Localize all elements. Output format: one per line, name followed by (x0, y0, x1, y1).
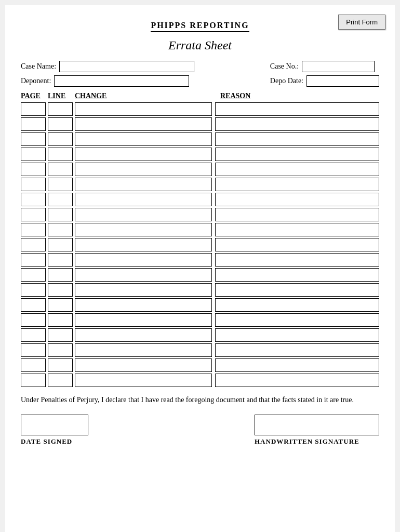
deponent-group: Deponent: (21, 75, 194, 87)
cell-page-input[interactable] (21, 283, 46, 297)
cell-line-input[interactable] (48, 268, 73, 282)
cell-change-input[interactable] (75, 102, 212, 116)
cell-change-input[interactable] (75, 163, 212, 176)
cell-page-input[interactable] (21, 208, 46, 221)
cell-reason-input[interactable] (215, 298, 379, 312)
cell-page-input[interactable] (21, 374, 46, 387)
table-row (21, 358, 379, 372)
cell-line-input[interactable] (48, 208, 73, 221)
cell-page-input[interactable] (21, 358, 46, 372)
cell-reason-input[interactable] (215, 117, 379, 131)
cell-reason-input[interactable] (215, 313, 379, 327)
cell-page-input[interactable] (21, 117, 46, 131)
cell-change-input[interactable] (75, 358, 212, 372)
cell-change-input[interactable] (75, 193, 212, 206)
form-title: Errata Sheet (21, 38, 379, 52)
case-name-group: Case Name: (21, 61, 194, 72)
cell-change-input[interactable] (75, 148, 212, 161)
cell-page-input[interactable] (21, 343, 46, 357)
handwritten-sig-label: HANDWRITTEN SIGNATURE (255, 437, 359, 446)
cell-reason-input[interactable] (215, 328, 379, 342)
date-signed-label: DATE SIGNED (21, 437, 72, 446)
cell-page-input[interactable] (21, 178, 46, 191)
table-row (21, 178, 379, 191)
cell-line-input[interactable] (48, 163, 73, 176)
cell-page-input[interactable] (21, 148, 46, 161)
cell-reason-input[interactable] (215, 283, 379, 297)
cell-page-input[interactable] (21, 298, 46, 312)
cell-line-input[interactable] (48, 313, 73, 327)
cell-line-input[interactable] (48, 343, 73, 357)
cell-change-input[interactable] (75, 223, 212, 236)
cell-line-input[interactable] (48, 223, 73, 236)
date-signed-input[interactable] (21, 415, 88, 435)
cell-line-input[interactable] (48, 283, 73, 297)
cell-line-input[interactable] (48, 117, 73, 131)
cell-line-input[interactable] (48, 148, 73, 161)
cell-page-input[interactable] (21, 193, 46, 206)
table-row (21, 193, 379, 206)
cell-page-input[interactable] (21, 132, 46, 146)
column-headers: PAGE LINE CHANGE REASON (21, 92, 379, 100)
table-row (21, 313, 379, 327)
cell-page-input[interactable] (21, 238, 46, 251)
table-row (21, 268, 379, 282)
cell-change-input[interactable] (75, 208, 212, 221)
cell-page-input[interactable] (21, 102, 46, 116)
cell-reason-input[interactable] (215, 208, 379, 221)
depo-date-input[interactable] (306, 75, 379, 87)
cell-change-input[interactable] (75, 283, 212, 297)
cell-change-input[interactable] (75, 178, 212, 191)
cell-line-input[interactable] (48, 253, 73, 267)
cell-page-input[interactable] (21, 328, 46, 342)
cell-reason-input[interactable] (215, 193, 379, 206)
cell-reason-input[interactable] (215, 223, 379, 236)
cell-page-input[interactable] (21, 313, 46, 327)
cell-change-input[interactable] (75, 253, 212, 267)
signature-area: DATE SIGNED HANDWRITTEN SIGNATURE (21, 415, 379, 446)
cell-line-input[interactable] (48, 178, 73, 191)
cell-line-input[interactable] (48, 238, 73, 251)
cell-reason-input[interactable] (215, 102, 379, 116)
cell-reason-input[interactable] (215, 253, 379, 267)
cell-reason-input[interactable] (215, 268, 379, 282)
cell-change-input[interactable] (75, 343, 212, 357)
col-line-header: LINE (48, 92, 75, 100)
cell-page-input[interactable] (21, 253, 46, 267)
cell-reason-input[interactable] (215, 343, 379, 357)
cell-change-input[interactable] (75, 313, 212, 327)
cell-page-input[interactable] (21, 163, 46, 176)
handwritten-sig-input[interactable] (255, 415, 379, 435)
cell-reason-input[interactable] (215, 178, 379, 191)
cell-reason-input[interactable] (215, 238, 379, 251)
table-row (21, 132, 379, 146)
cell-line-input[interactable] (48, 374, 73, 387)
cell-change-input[interactable] (75, 238, 212, 251)
case-name-input[interactable] (59, 61, 194, 72)
cell-change-input[interactable] (75, 374, 212, 387)
deponent-input[interactable] (54, 75, 189, 87)
cell-change-input[interactable] (75, 117, 212, 131)
cell-reason-input[interactable] (215, 163, 379, 176)
cell-page-input[interactable] (21, 223, 46, 236)
table-row (21, 283, 379, 297)
cell-change-input[interactable] (75, 132, 212, 146)
cell-reason-input[interactable] (215, 132, 379, 146)
cell-change-input[interactable] (75, 268, 212, 282)
case-no-input[interactable] (302, 61, 375, 72)
cell-line-input[interactable] (48, 358, 73, 372)
print-form-button[interactable]: Print Form (338, 15, 385, 30)
cell-reason-input[interactable] (215, 148, 379, 161)
cell-line-input[interactable] (48, 102, 73, 116)
cell-change-input[interactable] (75, 328, 212, 342)
cell-line-input[interactable] (48, 328, 73, 342)
cell-page-input[interactable] (21, 268, 46, 282)
handwritten-sig-group: HANDWRITTEN SIGNATURE (255, 415, 379, 446)
cell-change-input[interactable] (75, 298, 212, 312)
cell-line-input[interactable] (48, 132, 73, 146)
cell-line-input[interactable] (48, 298, 73, 312)
table-row (21, 298, 379, 312)
cell-reason-input[interactable] (215, 374, 379, 387)
cell-line-input[interactable] (48, 193, 73, 206)
cell-reason-input[interactable] (215, 358, 379, 372)
